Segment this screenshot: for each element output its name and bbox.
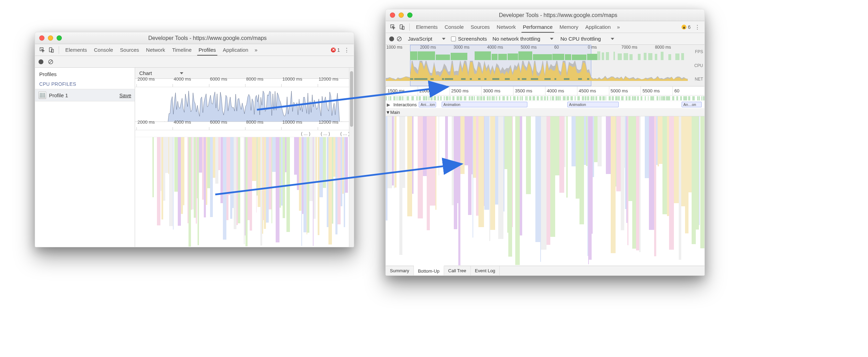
flame-stripe [621, 116, 624, 266]
bottom-tab-summary[interactable]: Summary [386, 266, 414, 275]
inspect-icon[interactable] [38, 45, 47, 55]
tab-network[interactable]: Network [143, 44, 169, 56]
detail-ruler[interactable]: 1500 ms2000 ms2500 ms3000 ms3500 ms4000 … [386, 86, 704, 96]
flame-stripe [207, 137, 210, 247]
tab-sources[interactable]: Sources [117, 44, 143, 56]
device-toggle-icon[interactable] [47, 45, 56, 55]
zoom-dot[interactable] [57, 35, 62, 41]
tab-memory[interactable]: Memory [556, 21, 582, 33]
vertical-scrollbar[interactable] [349, 68, 354, 247]
flame-stripe [520, 116, 522, 266]
interactions-row[interactable]: ▶ Interactions Ani…ionAnimationAnimation… [386, 101, 704, 109]
bottom-tab-calltree[interactable]: Call Tree [444, 266, 471, 275]
flame-stripe [571, 116, 576, 266]
profile-file-icon [39, 91, 46, 99]
flame-stripe [183, 137, 184, 247]
tab-network[interactable]: Network [493, 21, 519, 33]
animation-seg[interactable]: Ani…ion [419, 102, 436, 107]
minimize-dot[interactable] [48, 35, 53, 41]
tab-console[interactable]: Console [91, 44, 117, 56]
record-icon[interactable] [389, 36, 394, 41]
error-badge[interactable]: ✕ 1 [329, 47, 342, 53]
profile-row[interactable]: Profile 1 Save [35, 89, 135, 101]
net-label: NET [688, 72, 703, 86]
profiles-toolbar [35, 56, 354, 68]
tab-elements[interactable]: Elements [62, 44, 91, 56]
tabs-overflow-icon[interactable]: » [614, 24, 623, 30]
tab-application[interactable]: Application [582, 21, 614, 33]
flame-stripe [194, 137, 196, 247]
record-icon[interactable] [39, 59, 43, 64]
profile-save-link[interactable]: Save [119, 92, 131, 98]
tick: 60 [673, 86, 704, 95]
animation-seg[interactable]: Animation [442, 102, 527, 107]
detail-ruler[interactable]: 2000 ms4000 ms6000 ms8000 ms10000 ms1200… [135, 122, 354, 130]
activity-track[interactable] [386, 96, 704, 101]
main-thread-row[interactable]: ▼ Main [386, 109, 704, 116]
zoom-dot[interactable] [407, 13, 412, 18]
flame-stripe [484, 116, 489, 266]
inspect-icon[interactable] [389, 23, 398, 32]
main-flame-chart[interactable] [386, 116, 704, 266]
flame-stripe [258, 137, 260, 247]
flame-stripe [337, 137, 341, 247]
net-seg [423, 78, 427, 80]
tabs-overflow-icon[interactable]: » [252, 47, 260, 53]
flame-stripe [679, 116, 681, 266]
net-seg [442, 78, 444, 80]
tab-profiles[interactable]: Profiles [195, 44, 219, 56]
chevron-down-icon [550, 38, 553, 40]
flame-stripe [283, 137, 285, 247]
cpu-throttle-label: No CPU throttling [560, 36, 601, 42]
close-dot[interactable] [39, 35, 44, 41]
flame-stripe [498, 116, 503, 266]
net-seg [470, 78, 472, 80]
kebab-menu-icon[interactable]: ⋮ [342, 45, 351, 55]
minimize-dot[interactable] [399, 13, 404, 18]
net-seg [461, 78, 466, 80]
screenshots-checkbox[interactable] [451, 36, 456, 41]
kebab-menu-icon[interactable]: ⋮ [693, 23, 702, 32]
tab-elements[interactable]: Elements [412, 21, 441, 33]
tab-timeline[interactable]: Timeline [169, 44, 195, 56]
cpu-throttle-select[interactable]: No CPU throttling [559, 36, 616, 42]
bottom-tab-eventlog[interactable]: Event Log [471, 266, 500, 275]
clear-icon[interactable] [396, 36, 402, 42]
flame-stripe [468, 116, 471, 266]
error-count: 1 [337, 47, 340, 53]
clear-icon[interactable] [48, 59, 54, 65]
flame-stripe [495, 116, 498, 266]
chevron-down-icon[interactable]: ▼ [386, 110, 390, 115]
animation-seg[interactable]: An…on [682, 102, 702, 107]
flame-stripe [669, 116, 674, 266]
warn-badge[interactable]: ▲ 6 [679, 24, 693, 30]
interactions-track: Ani…ionAnimationAnimationAn…on [419, 101, 704, 108]
chevron-down-icon [442, 38, 445, 40]
flame-stripe [299, 137, 301, 247]
interactions-label: Interactions [391, 102, 419, 107]
animation-seg[interactable]: Animation [567, 102, 619, 107]
flame-stripe [559, 116, 564, 266]
flame-stripe [157, 137, 160, 247]
tab-sources[interactable]: Sources [467, 21, 493, 33]
close-dot[interactable] [390, 13, 395, 18]
chevron-right-icon[interactable]: ▶ [386, 102, 391, 107]
cpu-lane [386, 61, 688, 75]
tab-console[interactable]: Console [441, 21, 467, 33]
device-toggle-icon[interactable] [398, 23, 407, 32]
tab-performance[interactable]: Performance [519, 21, 556, 33]
overview-ruler[interactable]: 2000 ms4000 ms6000 ms8000 ms10000 ms1200… [135, 79, 354, 87]
flame-stripe [566, 116, 568, 266]
bottom-tab-bottomup[interactable]: Bottom-Up [414, 266, 444, 275]
cpu-overview-chart[interactable] [135, 87, 354, 122]
fps-bar [475, 51, 491, 60]
flame-chart[interactable] [135, 137, 354, 247]
fps-label: FPS [688, 45, 703, 59]
fps-lane [386, 51, 688, 60]
net-throttle-select[interactable]: No network throttling [491, 36, 555, 42]
js-select[interactable]: JavaScript [407, 36, 447, 42]
flame-stripe [218, 137, 220, 247]
overview-zone[interactable]: 1000 ms2000 ms3000 ms4000 ms5000 ms600 m… [386, 45, 704, 86]
fps-bar [498, 54, 507, 60]
tab-application[interactable]: Application [219, 44, 252, 56]
